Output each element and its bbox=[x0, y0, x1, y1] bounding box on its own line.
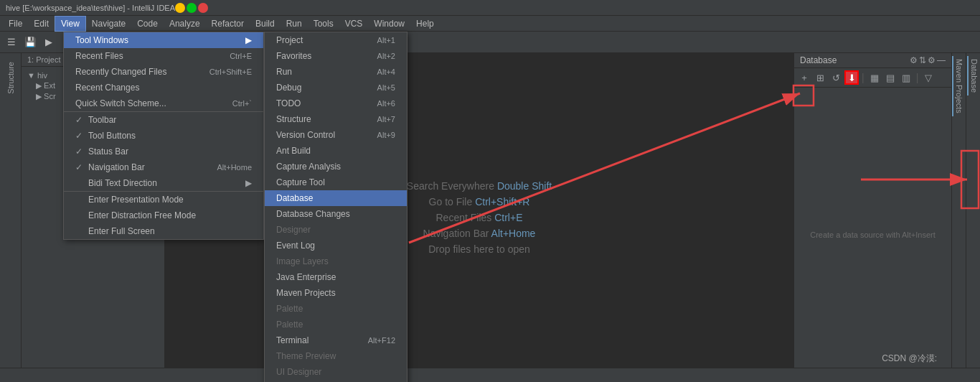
view-menu-recently-changed[interactable]: Recently Changed Files Ctrl+Shift+E bbox=[64, 64, 263, 80]
view-menu-tool-windows[interactable]: Tool Windows ▶ bbox=[64, 32, 263, 48]
submenu-image-layers[interactable]: Image Layers bbox=[265, 253, 407, 269]
window-controls[interactable] bbox=[175, 3, 208, 13]
hint-drop: Drop files here to open bbox=[407, 243, 552, 255]
database-header-icons: ⚙ ⇅ ⚙ — bbox=[910, 55, 946, 65]
submenu-terminal[interactable]: Terminal Alt+F12 bbox=[265, 332, 407, 348]
submenu-debug-shortcut: Alt+5 bbox=[377, 83, 395, 92]
submenu-maven-projects[interactable]: Maven Projects bbox=[265, 285, 407, 301]
submenu-run[interactable]: Run Alt+4 bbox=[265, 64, 407, 80]
view-menu-presentation[interactable]: ✓Enter Presentation Mode bbox=[64, 191, 263, 208]
view-menu-bidi[interactable]: ✓Bidi Text Direction ▶ bbox=[64, 175, 263, 191]
view-menu-recent-files[interactable]: Recent Files Ctrl+E bbox=[64, 48, 263, 64]
submenu-ui-designer[interactable]: UI Designer bbox=[265, 364, 407, 380]
maven-projects-tab[interactable]: Maven Projects bbox=[952, 56, 965, 116]
view-menu-distraction-free[interactable]: ✓Enter Distraction Free Mode bbox=[64, 208, 263, 223]
menu-navigate[interactable]: Navigate bbox=[86, 16, 131, 32]
tool-windows-submenu: Project Alt+1 Favorites Alt+2 Run Alt+4 … bbox=[264, 32, 407, 382]
view-menu-recent-changes[interactable]: Recent Changes bbox=[64, 80, 263, 96]
db-copy-btn[interactable]: ⊞ bbox=[813, 70, 827, 85]
submenu-structure-label: Structure bbox=[276, 114, 311, 124]
toolbar-save-btn[interactable]: 💾 bbox=[22, 34, 39, 51]
submenu-project[interactable]: Project Alt+1 bbox=[265, 32, 407, 48]
submenu-structure[interactable]: Structure Alt+7 bbox=[265, 111, 407, 127]
database-side-tab[interactable]: Database bbox=[967, 56, 980, 96]
submenu-structure-shortcut: Alt+7 bbox=[377, 115, 395, 124]
db-highlighted-btn[interactable]: ⬇ bbox=[844, 70, 859, 85]
recent-files-label: Recent Files bbox=[75, 51, 123, 61]
submenu-database-changes-label: Database Changes bbox=[276, 209, 350, 219]
db-grid2-btn[interactable]: ▤ bbox=[883, 70, 897, 85]
tool-windows-arrow: ▶ bbox=[245, 35, 252, 45]
menu-build[interactable]: Build bbox=[250, 16, 281, 32]
recent-files-shortcut: Ctrl+E bbox=[230, 52, 252, 60]
database-panel-header: Database ⚙ ⇅ ⚙ — bbox=[794, 53, 951, 68]
submenu-capture-tool[interactable]: Capture Tool bbox=[265, 174, 407, 190]
menu-window[interactable]: Window bbox=[368, 16, 410, 32]
db-refresh-btn[interactable]: ↺ bbox=[829, 70, 843, 85]
submenu-todo[interactable]: TODO Alt+6 bbox=[265, 96, 407, 111]
submenu-maven-projects-label: Maven Projects bbox=[276, 288, 336, 298]
recently-changed-shortcut: Ctrl+Shift+E bbox=[209, 67, 252, 76]
restore-button[interactable] bbox=[187, 3, 197, 13]
view-dropdown-menu: Tool Windows ▶ Recent Files Ctrl+E Recen… bbox=[63, 32, 264, 240]
submenu-favorites[interactable]: Favorites Alt+2 bbox=[265, 48, 407, 64]
gear-icon[interactable]: ⚙ bbox=[928, 55, 936, 65]
separator2: | bbox=[916, 72, 919, 83]
submenu-run-label: Run bbox=[276, 67, 292, 77]
submenu-theme-preview[interactable]: Theme Preview bbox=[265, 348, 407, 364]
menu-tools[interactable]: Tools bbox=[308, 16, 339, 32]
submenu-java-enterprise-label: Java Enterprise bbox=[276, 272, 336, 282]
collapse-icon[interactable]: — bbox=[937, 55, 946, 65]
database-panel-toolbar: + ⊞ ↺ ⬇ | ▦ ▤ ▥ | ▽ bbox=[794, 68, 951, 88]
minimize-button[interactable] bbox=[175, 3, 185, 13]
watermark: CSDN @冷漠: bbox=[882, 353, 937, 365]
toolbar-btn3[interactable]: ▶ bbox=[40, 34, 57, 51]
database-panel-title: Database bbox=[800, 55, 837, 65]
submenu-palette2[interactable]: Palette bbox=[265, 317, 407, 332]
submenu-ant-build[interactable]: Ant Build bbox=[265, 143, 407, 159]
view-menu-quick-switch[interactable]: Quick Switch Scheme... Ctrl+` bbox=[64, 96, 263, 111]
menu-edit[interactable]: Edit bbox=[28, 16, 55, 32]
quick-switch-shortcut: Ctrl+` bbox=[232, 99, 252, 108]
submenu-debug[interactable]: Debug Alt+5 bbox=[265, 80, 407, 96]
submenu-java-enterprise[interactable]: Java Enterprise bbox=[265, 269, 407, 285]
recently-changed-label: Recently Changed Files bbox=[75, 67, 166, 77]
db-add-btn[interactable]: + bbox=[797, 70, 811, 85]
recent-changes-label: Recent Changes bbox=[75, 83, 139, 93]
menu-vcs[interactable]: VCS bbox=[339, 16, 369, 32]
separator1: | bbox=[862, 72, 864, 83]
submenu-project-label: Project bbox=[276, 35, 303, 45]
menu-refactor[interactable]: Refactor bbox=[206, 16, 250, 32]
submenu-palette2-label: Palette bbox=[276, 320, 303, 330]
menu-code[interactable]: Code bbox=[131, 16, 164, 32]
menu-file[interactable]: File bbox=[3, 16, 28, 32]
submenu-vcs[interactable]: Version Control Alt+9 bbox=[265, 127, 407, 143]
menu-view[interactable]: View bbox=[55, 16, 86, 32]
submenu-capture-tool-label: Capture Tool bbox=[276, 177, 325, 187]
view-menu-nav-bar[interactable]: ✓Navigation Bar Alt+Home bbox=[64, 159, 263, 175]
submenu-palette1[interactable]: Palette bbox=[265, 301, 407, 317]
nav-bar-shortcut: Alt+Home bbox=[217, 163, 252, 172]
center-hints: Search Everywhere Double Shift Go to Fil… bbox=[407, 176, 552, 259]
submenu-capture-analysis[interactable]: Capture Analysis bbox=[265, 159, 407, 174]
bidi-arrow: ▶ bbox=[245, 178, 252, 188]
submenu-database-changes[interactable]: Database Changes bbox=[265, 206, 407, 222]
view-menu-status-bar[interactable]: ✓Status Bar bbox=[64, 144, 263, 159]
menu-help[interactable]: Help bbox=[410, 16, 440, 32]
toolbar-menu-icon[interactable]: ☰ bbox=[3, 34, 20, 51]
submenu-event-log[interactable]: Event Log bbox=[265, 238, 407, 253]
split-icon[interactable]: ⇅ bbox=[919, 55, 926, 65]
submenu-designer[interactable]: Designer bbox=[265, 222, 407, 238]
close-button[interactable] bbox=[198, 3, 208, 13]
sidebar-structure-tab[interactable]: Structure bbox=[5, 56, 17, 100]
submenu-database[interactable]: Database bbox=[265, 190, 407, 206]
menu-analyze[interactable]: Analyze bbox=[164, 16, 206, 32]
view-menu-toolbar[interactable]: ✓Toolbar bbox=[64, 111, 263, 128]
db-grid1-btn[interactable]: ▦ bbox=[867, 70, 882, 85]
menu-run[interactable]: Run bbox=[281, 16, 308, 32]
view-menu-full-screen[interactable]: ✓Enter Full Screen bbox=[64, 223, 263, 239]
view-menu-tool-buttons[interactable]: ✓Tool Buttons bbox=[64, 128, 263, 144]
db-grid3-btn[interactable]: ▥ bbox=[899, 70, 913, 85]
db-filter-btn[interactable]: ▽ bbox=[921, 70, 936, 85]
settings-icon[interactable]: ⚙ bbox=[910, 55, 918, 65]
